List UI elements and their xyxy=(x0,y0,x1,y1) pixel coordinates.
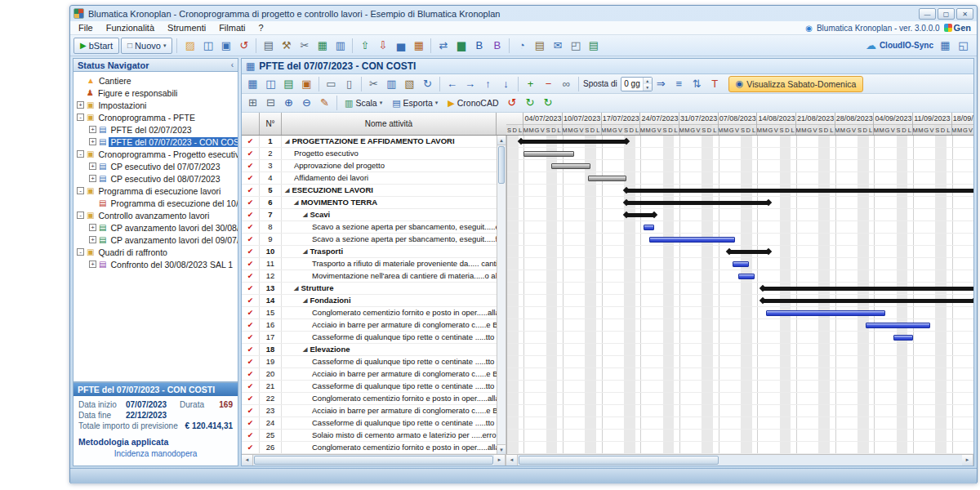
calendar-down-icon[interactable]: ⇩ xyxy=(374,38,391,54)
text-height-icon[interactable]: T xyxy=(706,76,724,92)
task-row[interactable]: ✔22Conglomerato cementizio fornito e pos… xyxy=(242,393,497,405)
report-icon[interactable]: ▤ xyxy=(531,38,548,54)
task-row[interactable]: ✔7◢Scavi xyxy=(242,209,497,221)
maximize-button[interactable]: ▢ xyxy=(938,8,955,20)
task-row[interactable]: ✔9Scavo a sezione aperta per sbancamento… xyxy=(242,234,497,246)
tree-item[interactable]: +▤CP avanzamento lavori del 09/07/2023 xyxy=(74,234,238,246)
task-bar[interactable] xyxy=(733,261,749,267)
refresh-icon[interactable]: ↻ xyxy=(419,76,436,92)
bstart-button[interactable]: ▶bStart xyxy=(74,38,119,54)
zoom-out-icon[interactable]: ⊖ xyxy=(298,95,315,111)
outline-icon[interactable]: ≡ xyxy=(670,76,688,92)
task-bar[interactable] xyxy=(644,225,655,230)
expand-all-icon[interactable]: ⊞ xyxy=(244,95,261,111)
tree-item[interactable]: +▣Impostazioni xyxy=(74,99,238,111)
copy-icon[interactable]: ▥ xyxy=(383,76,400,92)
scrollbar-thumb[interactable] xyxy=(519,456,719,465)
task-row[interactable]: ✔26Conglomerato cementizio fornito e pos… xyxy=(242,442,497,454)
summary-bar[interactable] xyxy=(763,299,973,303)
tree-item[interactable]: +▤CP esecutivo del 07/07/2023 xyxy=(74,160,238,172)
scroll-up-icon[interactable]: ▲ xyxy=(497,136,506,145)
scrollbar-thumb[interactable] xyxy=(498,146,505,184)
new-row-icon[interactable]: ▭ xyxy=(323,76,340,92)
go-to-icon[interactable]: ⇒ xyxy=(653,76,670,92)
link-icon[interactable]: ∞ xyxy=(558,76,575,92)
expand-triangle-icon[interactable]: ◢ xyxy=(303,295,307,306)
grid-icon[interactable]: ▦ xyxy=(244,76,261,92)
delete-row-icon[interactable]: ▯ xyxy=(341,76,358,92)
task-row[interactable]: ✔5◢ESECUZIONE LAVORI xyxy=(242,185,497,197)
arrow-up-icon[interactable]: ↑ xyxy=(479,76,497,92)
save-all-icon[interactable]: ▣ xyxy=(217,38,234,54)
tree-item[interactable]: +▤Confronto del 30/08/2023 SAL 1 xyxy=(74,258,238,270)
sort-icon[interactable]: ⇅ xyxy=(688,76,706,92)
arrow-left-icon[interactable]: ← xyxy=(443,76,461,92)
collapse-icon[interactable]: - xyxy=(77,150,84,158)
task-row[interactable]: ✔11Trasporto a rifiuto di materiale prov… xyxy=(242,258,497,270)
vertical-scrollbar[interactable]: ▲ ▼ xyxy=(497,136,506,454)
task-row[interactable]: ✔17Casseforme di qualunque tipo rette o … xyxy=(242,332,497,344)
b-down-icon[interactable]: B xyxy=(488,38,506,54)
tree-item[interactable]: +▤PFTE del 02/07/2023 xyxy=(74,123,238,136)
collapse-icon[interactable]: - xyxy=(77,248,84,256)
task-row[interactable]: ✔2Progetto esecutivo xyxy=(242,148,497,160)
menu-item[interactable]: Strumenti xyxy=(161,22,212,33)
task-row[interactable]: ✔19Casseforme di qualunque tipo rette o … xyxy=(242,356,497,368)
column-header-number[interactable]: N° xyxy=(260,113,282,135)
scroll-right-icon[interactable]: ► xyxy=(962,455,973,466)
expand-icon[interactable]: + xyxy=(89,163,96,170)
scala-button[interactable]: ▥Scala▾ xyxy=(340,96,387,111)
scroll-right-icon[interactable]: ► xyxy=(494,455,506,466)
expand-icon[interactable]: + xyxy=(89,175,96,182)
minimize-button[interactable]: — xyxy=(919,8,936,20)
expand-triangle-icon[interactable]: ◢ xyxy=(294,283,298,294)
task-bar[interactable] xyxy=(766,310,885,316)
expand-icon[interactable]: + xyxy=(77,101,84,109)
summary-bar[interactable] xyxy=(521,140,626,144)
menu-item[interactable]: Funzionalità xyxy=(100,22,161,33)
task-row[interactable]: ✔21Casseforme di qualunque tipo rette o … xyxy=(242,381,497,393)
task-row[interactable]: ✔24Casseforme di qualunque tipo rette o … xyxy=(242,417,497,430)
expand-triangle-icon[interactable]: ◢ xyxy=(285,185,289,196)
sposta-di-value[interactable]: 0 gg xyxy=(621,79,643,88)
task-row[interactable]: ✔20Acciaio in barre per armature di cong… xyxy=(242,368,497,381)
cut-icon[interactable]: ✂ xyxy=(365,76,382,92)
zoom-in-icon[interactable]: ⊕ xyxy=(280,95,297,111)
save-icon[interactable]: ◫ xyxy=(199,38,216,54)
compare-icon[interactable]: ⇄ xyxy=(434,38,452,54)
undo-icon[interactable]: ↺ xyxy=(235,38,252,54)
sync-icon[interactable]: ↻ xyxy=(540,95,557,111)
bar-chart-icon[interactable]: ▅ xyxy=(392,38,409,54)
clock-icon[interactable]: ◔ xyxy=(513,38,530,54)
scroll-left-icon[interactable]: ◄ xyxy=(506,455,518,466)
task-bar[interactable] xyxy=(649,237,736,243)
task-row[interactable]: ✔8Scavo a sezione aperta per sbancamento… xyxy=(242,221,497,234)
window-icon[interactable]: ◰ xyxy=(567,38,584,54)
task-row[interactable]: ✔6◢MOVIMENTO TERRA xyxy=(242,197,497,209)
arrow-down-icon[interactable]: ↓ xyxy=(497,76,514,92)
add-icon[interactable]: + xyxy=(522,76,539,92)
tree-item[interactable]: -▣Cronoprogramma - Progetto esecutivo xyxy=(74,148,238,160)
summary-bar[interactable] xyxy=(626,213,654,217)
table-icon[interactable]: ▥ xyxy=(332,38,349,54)
close-button[interactable]: ✕ xyxy=(956,8,973,20)
cut-icon[interactable]: ✂ xyxy=(296,38,313,54)
nuovo-button[interactable]: □Nuovo▾ xyxy=(121,38,172,54)
sync-icon[interactable]: ↻ xyxy=(522,95,539,111)
print-icon[interactable]: ▤ xyxy=(260,38,277,54)
task-bar[interactable] xyxy=(866,323,929,328)
task-row[interactable]: ✔23Acciaio in barre per armature di cong… xyxy=(242,405,497,417)
menu-item[interactable]: ? xyxy=(252,22,270,33)
spin-up-icon[interactable]: ▲ xyxy=(644,78,652,84)
expand-triangle-icon[interactable]: ◢ xyxy=(303,344,307,355)
tree-item[interactable]: -▣Cronoprogramma - PFTE xyxy=(74,111,238,123)
tree-item[interactable]: -▣Controllo avanzamento lavori xyxy=(74,209,238,221)
table-hscrollbar[interactable]: ◄ ► xyxy=(242,455,506,466)
tree-item[interactable]: ▲Cantiere xyxy=(74,74,238,87)
expand-icon[interactable]: + xyxy=(89,138,96,145)
tree-item[interactable]: -▣Programma di esecuzione lavori xyxy=(74,185,238,197)
print-preview-icon[interactable]: ▤ xyxy=(585,38,602,54)
task-row[interactable]: ✔3Approvazione del progetto xyxy=(242,160,497,172)
spinner-arrows[interactable]: ▲▼ xyxy=(643,78,652,91)
sync-grid-icon[interactable]: ▦ xyxy=(937,38,954,54)
